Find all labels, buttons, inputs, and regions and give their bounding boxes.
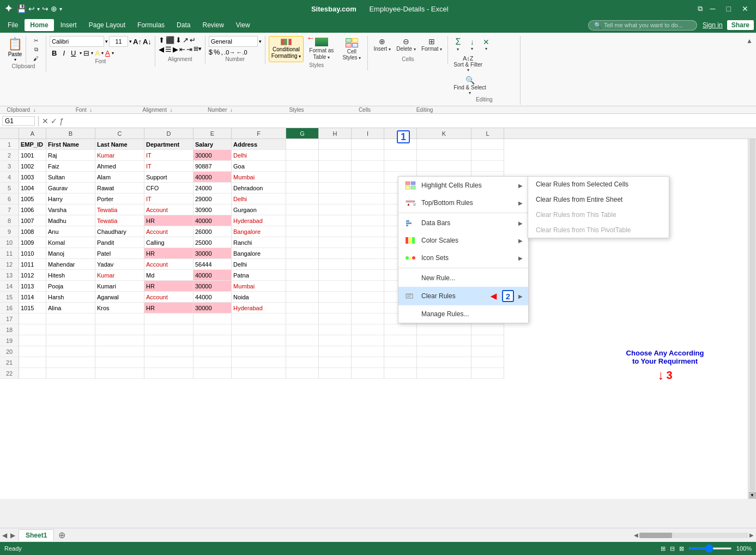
- col-header-l[interactable]: L: [471, 128, 504, 138]
- cell-h22[interactable]: [319, 368, 352, 379]
- cell-k20[interactable]: [417, 346, 471, 357]
- font-color-btn[interactable]: A: [105, 49, 110, 57]
- cell-f9[interactable]: Bangalore: [232, 226, 286, 237]
- cell-i21[interactable]: [352, 357, 384, 368]
- cell-k2[interactable]: [417, 150, 471, 161]
- cell-l18[interactable]: [471, 324, 504, 335]
- cell-f8[interactable]: Hyderabad: [232, 215, 286, 226]
- decrease-decimal-btn[interactable]: ←.0: [236, 49, 247, 56]
- paste-btn[interactable]: 📋 Paste ▾: [4, 36, 26, 63]
- cell-i2[interactable]: [352, 150, 384, 161]
- cell-h21[interactable]: [319, 357, 352, 368]
- tell-me-input[interactable]: [604, 22, 691, 28]
- cell-c14[interactable]: Kumari: [95, 281, 144, 292]
- cell-b11[interactable]: Manoj: [46, 248, 95, 259]
- cell-k19[interactable]: [417, 335, 471, 346]
- cell-d16[interactable]: HR: [144, 303, 193, 313]
- cell-c13[interactable]: Kumar: [95, 270, 144, 281]
- cell-d1[interactable]: Department: [144, 139, 193, 150]
- cell-a19[interactable]: [19, 335, 46, 346]
- menu-home[interactable]: Home: [25, 19, 53, 31]
- cell-b7[interactable]: Varsha: [46, 204, 95, 215]
- merge-center-btn[interactable]: ⊞▾: [193, 45, 202, 53]
- cell-c19[interactable]: [95, 335, 144, 346]
- increase-indent-btn[interactable]: ⇥: [186, 45, 192, 53]
- menu-formulas[interactable]: Formulas: [132, 19, 170, 31]
- cell-h4[interactable]: [319, 172, 352, 183]
- cell-e7[interactable]: 30900: [193, 204, 232, 215]
- cell-j19[interactable]: [384, 335, 417, 346]
- insert-cells-btn[interactable]: ⊕ Insert ▾: [371, 36, 393, 53]
- cell-d14[interactable]: HR: [144, 281, 193, 292]
- cell-a7[interactable]: 1006: [19, 204, 46, 215]
- cell-f10[interactable]: Ranchi: [232, 237, 286, 248]
- cell-l2[interactable]: [471, 150, 504, 161]
- cell-k21[interactable]: [417, 357, 471, 368]
- color-scales-item[interactable]: Color Scales ▶: [398, 232, 528, 249]
- menu-insert[interactable]: Insert: [55, 19, 82, 31]
- cell-l20[interactable]: [471, 346, 504, 357]
- cell-k22[interactable]: [417, 368, 471, 379]
- cell-h6[interactable]: [319, 194, 352, 204]
- cell-i18[interactable]: [352, 324, 384, 335]
- highlight-cells-rules-item[interactable]: Highlight Cells Rules ▶: [398, 177, 528, 194]
- cell-h20[interactable]: [319, 346, 352, 357]
- cell-b6[interactable]: Harry: [46, 194, 95, 204]
- cell-e9[interactable]: 26000: [193, 226, 232, 237]
- cell-h19[interactable]: [319, 335, 352, 346]
- cell-h13[interactable]: [319, 270, 352, 281]
- cell-d9[interactable]: Account: [144, 226, 193, 237]
- new-rule-item[interactable]: New Rule...: [398, 269, 528, 287]
- cell-a22[interactable]: [19, 368, 46, 379]
- formula-input[interactable]: [66, 117, 754, 125]
- tell-me-search[interactable]: 🔍: [588, 20, 697, 31]
- cell-c21[interactable]: [95, 357, 144, 368]
- cell-b9[interactable]: Anu: [46, 226, 95, 237]
- cell-h11[interactable]: [319, 248, 352, 259]
- cell-f14[interactable]: Mumbai: [232, 281, 286, 292]
- top-bottom-rules-item[interactable]: 10▲ Top/Bottom Rules ▶: [398, 194, 528, 212]
- cell-f12[interactable]: Delhi: [232, 259, 286, 270]
- borders-btn[interactable]: ⊟: [83, 49, 89, 57]
- cell-e16[interactable]: 30000: [193, 303, 232, 313]
- align-center-btn[interactable]: ☰: [165, 45, 172, 53]
- decrease-font-btn[interactable]: A↓: [143, 38, 152, 46]
- cut-btn[interactable]: ✂: [29, 37, 43, 45]
- cell-c18[interactable]: [95, 324, 144, 335]
- cell-i11[interactable]: [352, 248, 384, 259]
- cell-g1[interactable]: [286, 139, 319, 150]
- cell-b3[interactable]: Faiz: [46, 161, 95, 172]
- menu-view[interactable]: View: [231, 19, 256, 31]
- cell-g18[interactable]: [286, 324, 319, 335]
- cell-i10[interactable]: [352, 237, 384, 248]
- cell-a8[interactable]: 1007: [19, 215, 46, 226]
- cell-j21[interactable]: [384, 357, 417, 368]
- cell-h17[interactable]: [319, 313, 352, 324]
- cell-g16[interactable]: [286, 303, 319, 313]
- menu-data[interactable]: Data: [171, 19, 196, 31]
- cancel-formula-icon[interactable]: ✕: [42, 117, 49, 125]
- insert-function-icon[interactable]: ƒ: [59, 117, 64, 125]
- cell-a18[interactable]: [19, 324, 46, 335]
- angle-text-btn[interactable]: ↗: [183, 36, 189, 44]
- cell-l22[interactable]: [471, 368, 504, 379]
- cell-g7[interactable]: [286, 204, 319, 215]
- cell-j18[interactable]: [384, 324, 417, 335]
- cell-g14[interactable]: [286, 281, 319, 292]
- icon-sets-item[interactable]: Icon Sets ▶: [398, 249, 528, 267]
- cell-b1[interactable]: First Name: [46, 139, 95, 150]
- font-size-arrow[interactable]: ▾: [129, 39, 132, 44]
- cell-c16[interactable]: Kros: [95, 303, 144, 313]
- cell-a13[interactable]: 1012: [19, 270, 46, 281]
- cell-g21[interactable]: [286, 357, 319, 368]
- font-name-input[interactable]: [50, 36, 104, 47]
- cell-j20[interactable]: [384, 346, 417, 357]
- cell-g3[interactable]: [286, 161, 319, 172]
- cell-c7[interactable]: Tewatia: [95, 204, 144, 215]
- cell-i5[interactable]: [352, 183, 384, 194]
- cell-d3[interactable]: IT: [144, 161, 193, 172]
- cell-f5[interactable]: Dehradoon: [232, 183, 286, 194]
- cell-reference-box[interactable]: [2, 116, 35, 126]
- cell-i15[interactable]: [352, 292, 384, 303]
- cell-g11[interactable]: [286, 248, 319, 259]
